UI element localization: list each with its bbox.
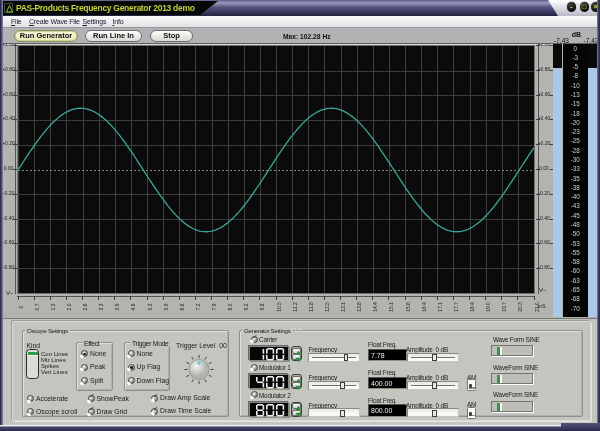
checkbox-label-draw-grid[interactable]: Draw Grid xyxy=(97,408,128,415)
toolbar: Run Generator Run Line In Stop Max: 102.… xyxy=(3,29,597,44)
amplitude-tick xyxy=(536,268,540,269)
modulator-2-frequency-thumb[interactable] xyxy=(340,410,345,417)
carrier-frequency-slider[interactable] xyxy=(308,353,360,362)
decoration-u: C xyxy=(29,18,34,25)
time-tick xyxy=(227,296,228,300)
modulator-1-frequency-slider[interactable] xyxy=(308,381,360,390)
modulator-1-spin-down[interactable] xyxy=(292,382,301,388)
effect-option-none[interactable]: None xyxy=(90,350,106,357)
db-scale-value: -65 xyxy=(563,285,588,292)
modulator-2-am-switch[interactable] xyxy=(467,407,476,419)
amplitude-tick xyxy=(536,194,540,195)
modulator-2-frequency-slider[interactable] xyxy=(308,408,360,417)
trigger-mode-option-up-flag[interactable]: Up Flag xyxy=(137,363,161,370)
volt-unit-right: V~ xyxy=(539,287,549,297)
effect-radio-peak[interactable] xyxy=(81,364,88,371)
modulator-1-am-switch[interactable] xyxy=(467,379,476,391)
effect-option-split[interactable]: Split xyxy=(90,377,103,384)
effect-radio-split[interactable] xyxy=(81,377,88,384)
amplitude-tick xyxy=(536,219,540,220)
decoration-u: F xyxy=(11,18,15,25)
carrier-spin-up[interactable] xyxy=(292,348,301,354)
kind-option-mtr-lines[interactable]: Mtr Lines xyxy=(41,357,66,363)
stop-button[interactable]: Stop xyxy=(150,30,193,42)
checkbox-draw-time-scale-check: ✓ xyxy=(153,406,159,413)
time-tick xyxy=(421,296,422,300)
modulator-2-amplitude-thumb[interactable] xyxy=(432,410,437,417)
db-scale-value: -15 xyxy=(563,100,588,107)
time-tick xyxy=(534,296,535,300)
modulator-1-spin-up[interactable] xyxy=(292,376,301,382)
checkbox-label-accelerate[interactable]: Accelerate xyxy=(36,395,68,402)
trigger-level-knob[interactable] xyxy=(182,352,216,386)
checkbox-draw-grid[interactable]: ✓ xyxy=(88,408,95,415)
modulator-1-amplitude-slider[interactable] xyxy=(407,381,459,390)
checkbox-draw-amp-scale[interactable]: ✓ xyxy=(151,395,158,402)
modulator-1-waveform-selector[interactable] xyxy=(491,373,533,384)
checkbox-accelerate[interactable] xyxy=(27,395,34,402)
carrier-spin-down[interactable] xyxy=(292,354,301,360)
modulator-2-radio[interactable] xyxy=(251,391,258,398)
effect-option-peak[interactable]: Peak xyxy=(90,363,106,370)
trigger-mode-option-down-flag[interactable]: Down Flag xyxy=(137,377,170,384)
time-tick xyxy=(405,296,406,300)
trigger-mode-radio-up-flag[interactable] xyxy=(128,364,135,371)
menu-item-create-wave-file[interactable]: Create Wave File xyxy=(29,18,80,25)
kind-option-vert-lines[interactable]: Vert Lines xyxy=(41,369,68,375)
effect-radio-none[interactable] xyxy=(81,350,88,357)
menu-item-info[interactable]: Info xyxy=(113,18,124,25)
db-scale-value: -43 xyxy=(563,202,588,209)
modulator-2-spin-down[interactable] xyxy=(292,410,301,416)
modulator-1-radio[interactable] xyxy=(251,364,258,371)
modulator-2-amplitude-slider[interactable] xyxy=(407,408,459,417)
checkbox-label-showpeak[interactable]: ShowPeak xyxy=(97,395,130,402)
oscope-settings-label: Oscope Settings xyxy=(25,327,70,334)
oscilloscope-area: +1.00+0.80+0.60+0.40+0.200.00-0.20-0.40-… xyxy=(0,44,600,318)
modulator-1-amplitude-thumb[interactable] xyxy=(432,382,437,389)
decoration-span: ~ xyxy=(543,287,546,293)
menu-item-settings[interactable]: Settings xyxy=(83,18,107,25)
time-tick-label: 18.4 xyxy=(469,302,475,312)
window-title: PAS-Products Frequency Generator 2013 de… xyxy=(16,3,195,13)
trigger-mode-option-none[interactable]: None xyxy=(137,350,153,357)
carrier-waveform-selector[interactable] xyxy=(491,345,533,356)
led-segment xyxy=(277,376,283,378)
db-scale-value: 0 xyxy=(563,44,588,51)
meter-left-unfilled xyxy=(553,44,563,68)
knob-tick xyxy=(186,375,189,377)
carrier-radio[interactable]: ✓ xyxy=(251,336,258,343)
checkbox-draw-grid-check: ✓ xyxy=(89,406,95,413)
carrier-amplitude-slider[interactable] xyxy=(407,353,459,362)
checkbox-showpeak[interactable]: ✓ xyxy=(88,395,95,402)
time-tick-label: 19.7 xyxy=(501,302,507,312)
trigger-mode-radio-down-flag[interactable] xyxy=(128,377,135,384)
checkbox-oscope-scroll[interactable] xyxy=(27,408,34,415)
carrier-frequency-thumb[interactable] xyxy=(344,354,349,361)
led-segment xyxy=(277,359,283,361)
modulator-2-spin-up[interactable] xyxy=(292,403,301,409)
led-segment xyxy=(267,404,273,406)
ac-tilde-glyph: ~ xyxy=(10,290,13,296)
kind-option-con-lines[interactable]: Con Lines xyxy=(41,351,68,357)
oscilloscope-display xyxy=(17,45,535,294)
run-line-in-button[interactable]: Run Line In xyxy=(85,30,142,42)
kind-selector[interactable] xyxy=(26,349,39,379)
minimize-button[interactable]: - xyxy=(566,1,578,13)
max-frequency-label: Max: 102.28 Hz xyxy=(283,33,331,40)
carrier-amplitude-thumb[interactable] xyxy=(432,354,437,361)
checkbox-label-oscope-scroll[interactable]: Oscope scroll xyxy=(36,408,77,415)
run-generator-button[interactable]: Run Generator xyxy=(14,30,78,42)
led-segment xyxy=(256,404,258,409)
maximize-button[interactable]: □ xyxy=(579,1,591,13)
checkbox-label-draw-amp-scale[interactable]: Draw Amp Scale xyxy=(160,394,210,401)
modulator-1-frequency-thumb[interactable] xyxy=(340,382,345,389)
checkbox-draw-time-scale[interactable]: ✓ xyxy=(151,408,158,415)
time-tick xyxy=(388,296,389,300)
menu-item-file[interactable]: File xyxy=(11,18,21,25)
trigger-mode-radio-none[interactable] xyxy=(128,350,135,357)
db-scale-value: -70 xyxy=(563,304,588,311)
time-tick xyxy=(340,296,341,300)
modulator-2-waveform-selector[interactable] xyxy=(491,401,533,412)
kind-option-spikes[interactable]: Spikes xyxy=(41,363,59,369)
checkbox-label-draw-time-scale[interactable]: Draw Time Scale xyxy=(160,407,211,414)
